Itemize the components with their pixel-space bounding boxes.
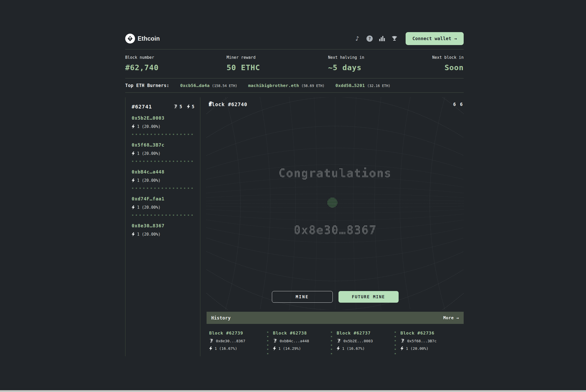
miner-entry: 0xd74F…faa1 1 (20.00%) *****************… bbox=[132, 196, 194, 217]
history-block: Block #62739 0x8e30...8367 1 (16.67%) bbox=[207, 331, 265, 351]
stat-value: ~5 days bbox=[328, 63, 364, 72]
power-counter: 5 bbox=[187, 104, 194, 109]
history-block-stat: 1 (16.67%) bbox=[342, 346, 365, 351]
burner-address[interactable]: 0xcb56…da4a bbox=[180, 83, 210, 88]
ethcoin-logo-icon bbox=[125, 34, 135, 43]
miner-address[interactable]: 0xd74F…faa1 bbox=[132, 196, 194, 201]
asterisk-column-separator: * * * * * * bbox=[265, 331, 270, 356]
burner-address[interactable]: machibigbrother.eth bbox=[248, 83, 299, 88]
asterisk-separator: ****************** bbox=[132, 187, 195, 191]
miner-address[interactable]: 0xbB4c…a448 bbox=[132, 169, 194, 175]
miner-stat: 1 (20.00%) bbox=[137, 151, 160, 156]
history-miner-address: 0x5f68...3B7c bbox=[407, 339, 437, 343]
stat-label: Next halving in bbox=[328, 55, 364, 60]
header-divider bbox=[125, 49, 464, 49]
main-row: #62741 5 5 0x5b2E…0003 1 (20.00%) ******… bbox=[125, 97, 464, 356]
bolt-icon bbox=[209, 346, 212, 351]
future-mine-button[interactable]: FUTURE MINE bbox=[338, 291, 399, 303]
miner-address[interactable]: 0x5f68…3B7c bbox=[132, 142, 194, 148]
burner-address[interactable]: 0xdd50…5201 bbox=[335, 83, 365, 88]
history-block-title: Block #62739 bbox=[209, 331, 265, 336]
history-block-stat: 1 (14.29%) bbox=[278, 346, 301, 351]
stat-value: Soon bbox=[432, 63, 464, 72]
history-miner-address: 0x8e30...8367 bbox=[216, 339, 245, 343]
miner-entry: 0xbB4c…a448 1 (20.00%) *****************… bbox=[132, 169, 194, 191]
burner-item[interactable]: 0xcb56…da4a (158.54 ETH) bbox=[180, 83, 237, 88]
connect-wallet-button[interactable]: Connect wallet → bbox=[406, 32, 464, 45]
miner-icon bbox=[273, 339, 277, 343]
history-miner-address: 0x5b2E...0003 bbox=[343, 339, 373, 343]
burner-amount: (32.16 ETH) bbox=[367, 84, 390, 88]
asterisk-column-separator: * * * * * * bbox=[393, 331, 398, 356]
stat-value: #62,740 bbox=[125, 63, 159, 72]
miner-stat: 1 (20.00%) bbox=[137, 178, 160, 183]
logo-text: Ethcoin bbox=[138, 35, 160, 42]
stat-label: Next block in bbox=[432, 55, 464, 60]
history-blocks: Block #62739 0x8e30...8367 1 (16.67%) * … bbox=[207, 331, 464, 356]
history-more-link[interactable]: More → bbox=[443, 315, 459, 320]
burner-item[interactable]: machibigbrother.eth (58.69 ETH) bbox=[248, 83, 324, 88]
top-bar: Ethcoin ♪ ? Connect wallet → bbox=[125, 32, 464, 45]
trophy-icon[interactable] bbox=[391, 35, 398, 42]
bolt-icon bbox=[400, 346, 404, 351]
next-block-header: #62741 5 5 bbox=[132, 104, 194, 110]
bolt-icon bbox=[132, 205, 135, 209]
mine-button[interactable]: MINE bbox=[272, 291, 333, 303]
winner-address-text: 0x8e30…8367 bbox=[207, 223, 464, 237]
history-block: Block #62737 0x5b2E...0003 1 (16.67%) bbox=[334, 331, 393, 351]
miner-address[interactable]: 0x8e30…8367 bbox=[132, 223, 194, 228]
miner-icon bbox=[400, 339, 405, 343]
burners-divider bbox=[125, 92, 464, 93]
bolt-icon bbox=[187, 105, 190, 109]
bolt-icon bbox=[209, 101, 212, 106]
history-block-stat: 1 (20.00%) bbox=[406, 346, 428, 351]
help-icon[interactable]: ? bbox=[366, 35, 373, 42]
congratulations-text: Congratulations bbox=[207, 166, 464, 180]
stat-label: Block number bbox=[125, 55, 159, 60]
stat-value: 50 ETHC bbox=[227, 63, 260, 72]
miner-entry: 0x5b2E…0003 1 (20.00%) *****************… bbox=[132, 115, 194, 137]
asterisk-separator: ****************** bbox=[132, 133, 195, 137]
miner-address[interactable]: 0x5b2E…0003 bbox=[132, 115, 194, 121]
miner-icon bbox=[337, 339, 341, 343]
bottom-edge-strip bbox=[0, 390, 586, 392]
miner-stat: 1 (20.00%) bbox=[137, 205, 160, 210]
next-block-panel: #62741 5 5 0x5b2E…0003 1 (20.00%) ******… bbox=[125, 97, 200, 356]
history-block: Block #62738 0xbB4c...a448 1 (14.29%) bbox=[270, 331, 329, 351]
stats-chart-icon[interactable] bbox=[379, 35, 385, 42]
bolt-icon bbox=[337, 346, 340, 351]
history-block-title: Block #62736 bbox=[400, 331, 456, 336]
asterisk-separator: ****************** bbox=[132, 214, 195, 217]
topbar-actions: ♪ ? Connect wallet → bbox=[354, 32, 464, 45]
page-content: Ethcoin ♪ ? Connect wallet → Block numbe… bbox=[125, 0, 464, 356]
burner-item[interactable]: 0xdd50…5201 (32.16 ETH) bbox=[335, 83, 390, 88]
winner-dot bbox=[327, 198, 337, 208]
miner-stat: 1 (20.00%) bbox=[137, 124, 160, 129]
miners-counter: 6 bbox=[453, 102, 456, 107]
stat-label: Miner reward bbox=[227, 55, 260, 60]
bolt-icon bbox=[132, 178, 135, 183]
current-block-title: Block #62740 bbox=[209, 101, 247, 107]
history-title: History bbox=[211, 315, 231, 321]
asterisk-column-separator: * * * * * * bbox=[329, 331, 334, 356]
history-block-title: Block #62738 bbox=[273, 331, 329, 336]
current-block-column: Block #62740 6 6 Congratulations 0x8e30…… bbox=[207, 97, 464, 356]
stat-next-block: Next block in Soon bbox=[432, 55, 464, 72]
power-counter: 6 bbox=[460, 102, 463, 107]
history-bar: History More → bbox=[207, 312, 464, 324]
music-icon[interactable]: ♪ bbox=[354, 35, 361, 42]
burners-label: Top ETH Burners: bbox=[125, 83, 169, 88]
miner-entry: 0x5f68…3B7c 1 (20.00%) *****************… bbox=[132, 142, 194, 164]
history-block-title: Block #62737 bbox=[337, 331, 393, 336]
ethcoin-logo[interactable]: Ethcoin bbox=[125, 34, 160, 43]
bolt-icon bbox=[132, 151, 135, 156]
miner-entry: 0x8e30…8367 1 (20.00%) bbox=[132, 223, 194, 237]
miner-icon bbox=[209, 339, 214, 343]
stage-buttons: MINE FUTURE MINE bbox=[207, 291, 464, 303]
history-miner-address: 0xbB4c...a448 bbox=[280, 339, 309, 343]
asterisk-separator: ****************** bbox=[132, 160, 195, 164]
network-stats: Block number #62,740 Miner reward 50 ETH… bbox=[125, 49, 464, 78]
miner-stat: 1 (20.00%) bbox=[137, 232, 160, 237]
history-block: Block #62736 0x5f68...3B7c 1 (20.00%) bbox=[398, 331, 456, 351]
burner-amount: (158.54 ETH) bbox=[212, 84, 237, 88]
